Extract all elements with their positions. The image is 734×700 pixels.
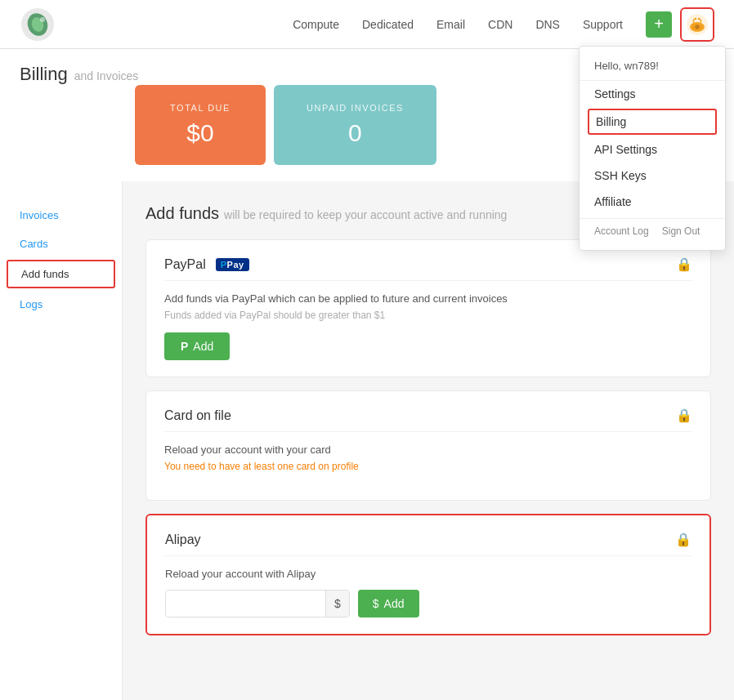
nav-dedicated[interactable]: Dedicated <box>362 18 414 31</box>
sidebar-item-invoices[interactable]: Invoices <box>0 201 122 230</box>
paypal-logo: PPay <box>216 258 249 271</box>
main-content: Add funds will be required to keep your … <box>123 181 734 700</box>
dropdown-sign-out[interactable]: Sign Out <box>662 225 700 237</box>
header-actions: + <box>646 7 714 42</box>
dropdown-affiliate[interactable]: Affiliate <box>580 189 725 215</box>
paypal-desc: Add funds via PayPal which can be applie… <box>164 292 692 305</box>
snail-icon <box>686 13 709 36</box>
stat-unpaid-value: 0 <box>307 119 404 147</box>
logo-icon <box>20 7 56 42</box>
user-menu-button[interactable] <box>680 7 714 42</box>
alipay-name: Alipay <box>165 533 201 547</box>
alipay-add-label: Add <box>384 597 405 610</box>
alipay-input-wrap: $ <box>165 590 350 618</box>
paypal-logo-p2: Pay <box>227 260 244 270</box>
card-lock-icon: 🔒 <box>676 408 692 423</box>
nav-cdn[interactable]: CDN <box>488 18 512 31</box>
dropdown-api-settings[interactable]: API Settings <box>580 136 725 163</box>
card-name: Card on file <box>164 408 231 423</box>
dropdown-footer: Account Log Sign Out <box>580 218 725 243</box>
alipay-desc: Reload your account with Alipay <box>165 568 691 580</box>
svg-point-8 <box>695 17 696 19</box>
nav-dns[interactable]: DNS <box>535 18 560 31</box>
svg-point-3 <box>40 17 45 22</box>
stat-total-due-label: TOTAL DUE <box>168 103 233 113</box>
paypal-logo-p1: P <box>221 260 227 270</box>
dropdown-settings[interactable]: Settings <box>580 81 725 107</box>
payment-card-paypal: PayPal PPay 🔒 Add funds via PayPal which… <box>145 239 711 377</box>
page-body: Invoices Cards Add funds Logs Add funds … <box>0 181 734 700</box>
stat-total-due-value: $0 <box>168 119 233 147</box>
alipay-card-header: Alipay 🔒 <box>165 532 691 556</box>
sidebar-item-cards[interactable]: Cards <box>0 230 122 258</box>
alipay-lock-icon: 🔒 <box>675 532 691 547</box>
alipay-dollar-icon: $ <box>373 597 379 610</box>
payment-card-card: Card on file 🔒 Reload your account with … <box>145 390 711 501</box>
paypal-name: PayPal <box>164 257 206 272</box>
paypal-note: Funds added via PayPal should be greater… <box>164 310 692 321</box>
sidebar: Invoices Cards Add funds Logs <box>0 181 123 700</box>
dropdown-account-log[interactable]: Account Log <box>594 225 649 237</box>
svg-point-9 <box>698 17 700 19</box>
page-subtitle: and Invoices <box>74 69 139 82</box>
main-nav: Compute Dedicated Email CDN DNS Support <box>293 18 623 31</box>
paypal-add-button[interactable]: P Add <box>164 332 230 360</box>
nav-support[interactable]: Support <box>583 18 623 31</box>
card-note: You need to have at least one card on pr… <box>164 461 692 472</box>
nav-compute[interactable]: Compute <box>293 18 339 31</box>
dropdown-ssh-keys[interactable]: SSH Keys <box>580 163 725 189</box>
card-title: Card on file <box>164 408 231 423</box>
paypal-title: PayPal PPay <box>164 257 249 272</box>
sidebar-item-add-funds[interactable]: Add funds <box>7 260 115 288</box>
alipay-title: Alipay <box>165 533 201 547</box>
alipay-amount-input[interactable] <box>166 591 325 617</box>
paypal-p-icon: P <box>181 340 188 353</box>
alipay-input-row: $ $ Add <box>165 590 691 618</box>
stat-unpaid-label: UNPAID INVOICES <box>307 103 404 113</box>
svg-point-7 <box>696 25 700 29</box>
payment-card-alipay: Alipay 🔒 Reload your account with Alipay… <box>145 514 711 635</box>
page-title: Billing <box>20 64 68 85</box>
user-dropdown: Hello, wn789! Settings Billing API Setti… <box>579 46 726 251</box>
card-card-header: Card on file 🔒 <box>164 408 692 432</box>
section-subtitle: will be required to keep your account ac… <box>224 208 507 221</box>
header: Compute Dedicated Email CDN DNS Support … <box>0 0 734 49</box>
sidebar-item-logs[interactable]: Logs <box>0 290 122 319</box>
card-desc: Reload your account with your card <box>164 444 692 456</box>
stat-total-due: TOTAL DUE $0 <box>135 85 266 165</box>
paypal-card-header: PayPal PPay 🔒 <box>164 256 692 281</box>
nav-email[interactable]: Email <box>436 18 465 31</box>
alipay-dollar-sign: $ <box>325 591 349 617</box>
paypal-add-label: Add <box>193 340 213 353</box>
alipay-add-button[interactable]: $ Add <box>358 590 419 618</box>
dropdown-billing[interactable]: Billing <box>588 109 717 135</box>
paypal-lock-icon: 🔒 <box>676 256 692 272</box>
dropdown-greeting: Hello, wn789! <box>580 53 725 81</box>
stat-unpaid-invoices: UNPAID INVOICES 0 <box>274 85 436 165</box>
plus-button[interactable]: + <box>646 11 672 38</box>
section-title: Add funds <box>145 204 219 223</box>
logo[interactable] <box>20 7 56 42</box>
